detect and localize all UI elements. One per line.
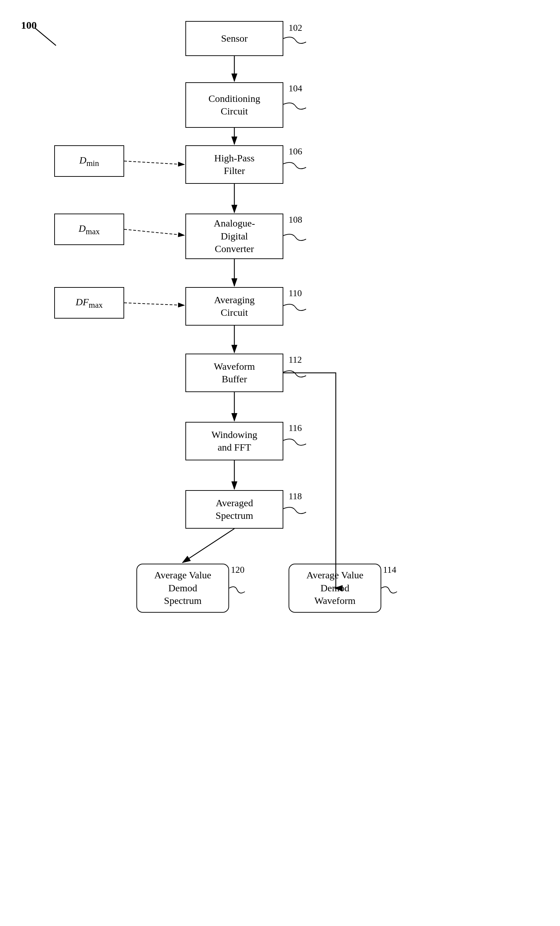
hpf-block: High-PassFilter: [186, 145, 283, 184]
svg-line-7: [124, 229, 184, 235]
diagram-svg: [0, 0, 560, 926]
avg-spectrum-ref: 118: [288, 491, 302, 502]
svg-line-13: [183, 529, 234, 563]
dmax-block: Dmax: [54, 213, 124, 245]
svg-line-5: [124, 161, 184, 165]
avg-spectrum-block: AveragedSpectrum: [186, 490, 283, 529]
dmax-label: Dmax: [79, 222, 100, 237]
avg-val-demod-spectrum-block: Average ValueDemodSpectrum: [136, 564, 229, 613]
sensor-label: Sensor: [221, 32, 248, 45]
avg-val-demod-spectrum-label: Average ValueDemodSpectrum: [154, 569, 211, 607]
figure-label: 100: [21, 19, 37, 31]
averaging-label: AveragingCircuit: [214, 294, 255, 319]
svg-line-2: [35, 28, 56, 45]
windowing-label: Windowingand FFT: [211, 428, 257, 454]
adc-label: Analogue-DigitalConverter: [214, 217, 255, 255]
adc-ref: 108: [288, 215, 302, 225]
avg-spectrum-label: AveragedSpectrum: [216, 497, 253, 522]
averaging-block: AveragingCircuit: [186, 287, 283, 325]
dfmax-label: DFmax: [75, 296, 103, 310]
waveform-buffer-ref: 112: [288, 355, 302, 365]
sensor-ref: 102: [288, 23, 302, 33]
hpf-ref: 106: [288, 146, 302, 157]
windowing-ref: 116: [288, 423, 302, 433]
avg-val-demod-waveform-block: Average ValueDemodWaveform: [288, 564, 381, 613]
dfmax-block: DFmax: [54, 287, 124, 319]
windowing-block: Windowingand FFT: [186, 422, 283, 460]
dmin-block: Dmin: [54, 145, 124, 177]
conditioning-ref: 104: [288, 83, 302, 94]
waveform-buffer-block: WaveformBuffer: [186, 354, 283, 392]
waveform-buffer-label: WaveformBuffer: [214, 360, 255, 386]
adc-block: Analogue-DigitalConverter: [186, 213, 283, 259]
avg-val-demod-spectrum-ref: 120: [231, 565, 245, 575]
avg-val-demod-waveform-label: Average ValueDemodWaveform: [306, 569, 364, 607]
sensor-block: Sensor: [186, 21, 283, 56]
hpf-label: High-PassFilter: [214, 152, 254, 177]
dmin-label: Dmin: [79, 154, 99, 168]
diagram-container: 100 Sensor 102 ConditioningCircuit 104 D…: [0, 0, 560, 926]
avg-val-demod-waveform-ref: 114: [383, 565, 396, 575]
averaging-ref: 110: [288, 288, 302, 299]
conditioning-block: ConditioningCircuit: [186, 82, 283, 128]
conditioning-label: ConditioningCircuit: [208, 92, 260, 118]
svg-line-9: [124, 303, 184, 305]
